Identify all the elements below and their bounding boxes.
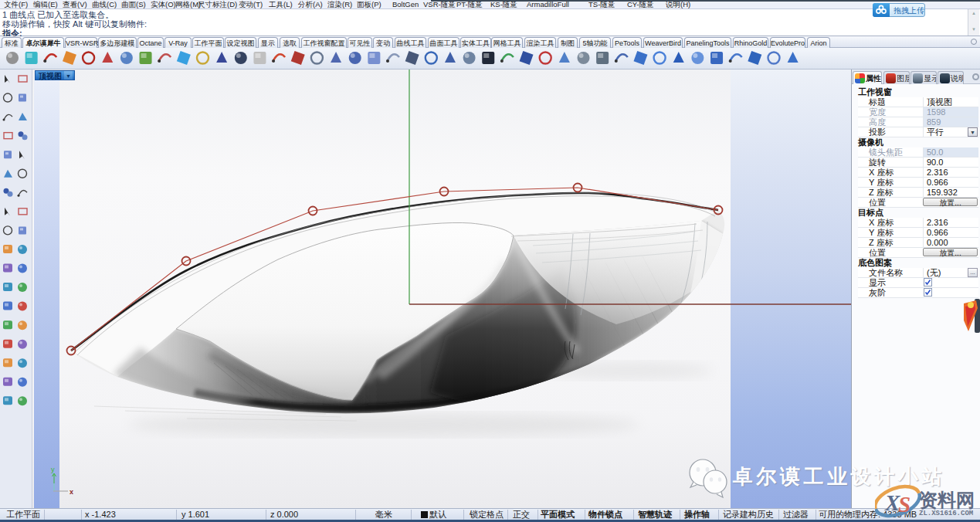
svg-text:资料网: 资料网 [919, 490, 975, 510]
svg-text:x: x [70, 488, 73, 496]
svg-text:y: y [51, 466, 55, 473]
svg-text:S: S [898, 492, 910, 517]
svg-text:ZL.XS1616.COM: ZL.XS1616.COM [919, 510, 973, 517]
